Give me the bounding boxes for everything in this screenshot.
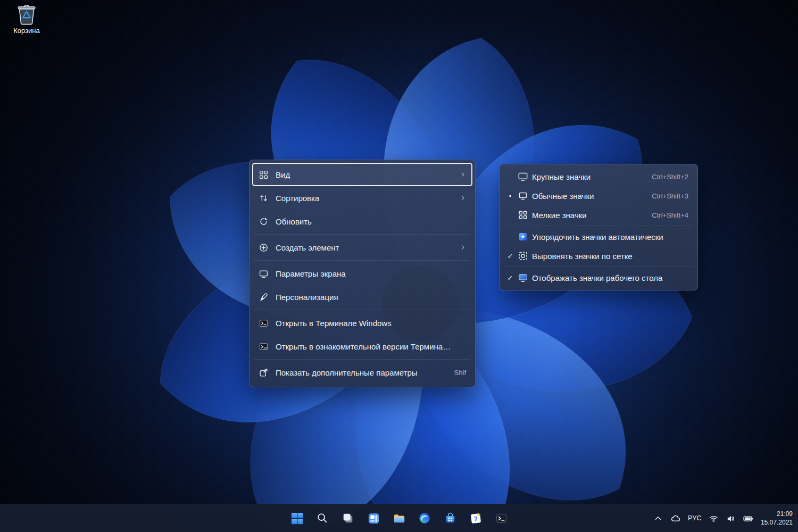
desktop-screen: Корзина Вид Сортировка (0, 0, 798, 532)
chevron-right-icon (460, 171, 466, 178)
submenu-item-shortcut: Ctrl+Shift+2 (652, 173, 688, 181)
windows-start-icon (290, 512, 304, 525)
edge-icon (418, 512, 431, 525)
menu-item-label: Сортировка (276, 194, 319, 203)
show-desktop-icons-icon (516, 273, 530, 282)
menu-item-show-more-options[interactable]: Показать дополнительные параметры Shif (252, 361, 472, 384)
refresh-icon (259, 217, 268, 226)
search-button[interactable] (311, 506, 334, 530)
menu-item-label: Персонализация (276, 293, 338, 302)
menu-separator (254, 260, 470, 261)
onedrive-cloud-icon (670, 513, 681, 524)
submenu-item-label: Упорядочить значки автоматически (532, 232, 663, 242)
task-view-button[interactable] (336, 506, 360, 530)
taskbar-center-group: 7 (285, 504, 513, 532)
menu-item-label: Обновить (276, 217, 312, 226)
menu-item-label: Открыть в ознакомительной версии Термина… (276, 342, 451, 351)
chevron-up-icon (653, 513, 663, 523)
menu-item-label: Создать элемент (276, 243, 339, 252)
menu-item-label: Вид (276, 170, 290, 179)
small-icons-icon (516, 210, 530, 220)
wifi-icon (709, 513, 719, 523)
submenu-item-medium-icons[interactable]: • Обычные значки Ctrl+Shift+3 (502, 186, 695, 205)
clock-time: 21:09 (761, 510, 793, 518)
view-grid-icon (259, 170, 268, 179)
start-button[interactable] (285, 506, 309, 530)
widgets-button[interactable] (362, 506, 385, 530)
language-indicator[interactable]: РУС (688, 514, 702, 522)
sort-arrows-icon (259, 193, 268, 203)
menu-separator (504, 267, 693, 267)
submenu-item-label: Отображать значки рабочего стола (532, 273, 662, 282)
submenu-item-auto-arrange[interactable]: Упорядочить значки автоматически (502, 227, 695, 246)
show-desktop-button[interactable] (795, 504, 798, 532)
desktop-context-menu: Вид Сортировка Обновить (249, 160, 476, 387)
file-explorer-icon (393, 512, 406, 525)
new-item-icon (259, 243, 268, 252)
volume-button[interactable] (726, 513, 736, 523)
medium-icons-icon (516, 191, 530, 201)
microsoft-store-icon (444, 512, 457, 525)
menu-item-shortcut: Shif (454, 369, 466, 377)
menu-item-label: Параметры экрана (276, 269, 346, 278)
submenu-item-small-icons[interactable]: Мелкие значки Ctrl+Shift+4 (502, 205, 695, 225)
onedrive-button[interactable] (670, 513, 681, 524)
recycle-bin-label: Корзина (13, 27, 40, 35)
menu-item-label: Открыть в Терминале Windows (276, 319, 392, 328)
menu-item-new[interactable]: Создать элемент (252, 236, 472, 259)
submenu-item-label: Крупные значки (532, 172, 591, 181)
notes-icon: 7 (469, 512, 483, 525)
windows-terminal-icon (259, 318, 268, 328)
menu-item-label: Показать дополнительные параметры (276, 368, 418, 377)
menu-separator (254, 310, 470, 310)
submenu-item-label: Обычные значки (532, 192, 594, 201)
menu-item-display-settings[interactable]: Параметры экрана (252, 262, 472, 285)
align-to-grid-icon (516, 251, 530, 261)
menu-item-personalize[interactable]: Персонализация (252, 285, 472, 309)
microsoft-store-button[interactable] (438, 506, 462, 530)
battery-button[interactable] (743, 513, 754, 524)
windows-terminal-preview-icon (259, 342, 268, 351)
edge-button[interactable] (413, 506, 436, 530)
check-marker: ✓ (504, 274, 516, 282)
chevron-right-icon (460, 195, 466, 201)
recycle-bin[interactable]: Корзина (4, 3, 49, 35)
auto-arrange-icon (516, 232, 530, 242)
terminal-button[interactable] (489, 506, 513, 530)
display-settings-icon (259, 269, 268, 278)
check-marker: ✓ (504, 252, 516, 260)
taskbar-tray: РУС 21:09 (653, 504, 793, 532)
network-button[interactable] (709, 513, 719, 523)
radio-marker: • (504, 192, 516, 200)
submenu-item-shortcut: Ctrl+Shift+3 (652, 192, 688, 200)
menu-item-open-terminal-preview[interactable]: Открыть в ознакомительной версии Термина… (252, 335, 472, 358)
taskbar: 7 РУС (0, 504, 798, 532)
submenu-item-large-icons[interactable]: Крупные значки Ctrl+Shift+2 (502, 167, 695, 186)
submenu-item-shortcut: Ctrl+Shift+4 (652, 211, 688, 219)
search-icon (316, 512, 329, 525)
clock-date: 15.07.2021 (761, 518, 793, 527)
notes-button[interactable]: 7 (464, 506, 487, 530)
menu-item-refresh[interactable]: Обновить (252, 210, 472, 233)
battery-icon (743, 513, 754, 524)
hidden-icons-button[interactable] (653, 513, 663, 523)
menu-item-sort[interactable]: Сортировка (252, 186, 472, 210)
task-view-icon (342, 512, 354, 525)
recycle-bin-icon (14, 3, 39, 26)
terminal-icon (495, 512, 508, 525)
speaker-icon (726, 513, 736, 523)
submenu-item-show-desktop-icons[interactable]: ✓ Отображать значки рабочего стола (502, 268, 695, 287)
clock[interactable]: 21:09 15.07.2021 (761, 510, 793, 527)
large-icons-icon (516, 172, 530, 181)
menu-item-open-terminal[interactable]: Открыть в Терминале Windows (252, 311, 472, 335)
submenu-item-label: Мелкие значки (532, 211, 587, 220)
personalization-brush-icon (259, 292, 268, 302)
view-submenu: Крупные значки Ctrl+Shift+2 • Обычные зн… (499, 164, 698, 290)
submenu-item-label: Выровнять значки по сетке (532, 252, 633, 261)
menu-item-view[interactable]: Вид (252, 163, 472, 186)
menu-separator (254, 359, 470, 360)
submenu-item-align-to-grid[interactable]: ✓ Выровнять значки по сетке (502, 246, 695, 265)
file-explorer-button[interactable] (387, 506, 411, 530)
menu-separator (254, 234, 470, 235)
menu-separator (504, 226, 693, 226)
